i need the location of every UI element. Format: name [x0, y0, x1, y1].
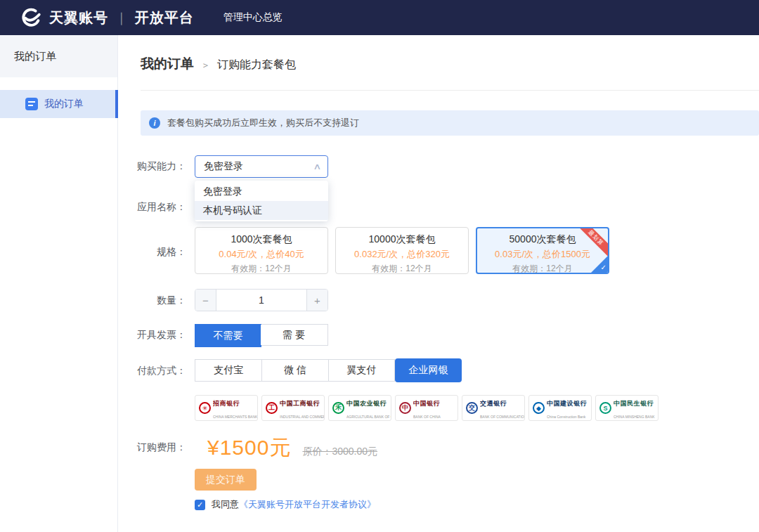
fee-price: ¥1500元: [207, 434, 291, 462]
brand-subtitle: 开放平台: [135, 8, 194, 27]
notice-text: 套餐包购买成功后立即生效，购买后不支持退订: [167, 117, 359, 129]
sidebar: 我的订单 我的订单: [0, 35, 118, 532]
label-spec: 规格：: [118, 246, 186, 259]
abc-bank-icon: 禾: [332, 402, 344, 414]
ability-dropdown: 免密登录 本机号码认证: [195, 181, 328, 221]
bank-logo-row: ✳ 招商银行 CHINA MERCHANTS BANK 工 中国工商银行 IND…: [195, 395, 662, 421]
bank-name: 中国建设银行: [547, 400, 587, 407]
bank-name-en: BANK OF COMMUNICATIONS: [480, 415, 524, 419]
developer-agreement-link[interactable]: 《天翼账号开放平台开发者协议》: [239, 498, 376, 511]
header-divider: [141, 90, 759, 91]
tianyi-logo-icon: [18, 6, 42, 30]
bank-name-en: CHINA MINSHENG BANK: [614, 415, 655, 419]
chevron-up-icon: ∧: [313, 162, 321, 171]
package-validity: 有效期：12个月: [195, 263, 327, 274]
bank-icbc[interactable]: 工 中国工商银行 INDUSTRIAL AND COMMERCIAL BANK: [261, 395, 325, 421]
dropdown-option-benji[interactable]: 本机号码认证: [195, 201, 328, 220]
bank-abc[interactable]: 禾 中国农业银行 AGRICULTURAL BANK OF CHINA: [328, 395, 391, 421]
payment-option-alipay[interactable]: 支付宝: [195, 360, 261, 381]
breadcrumb-current: 订购能力套餐包: [217, 58, 296, 72]
bank-name-en: BANK OF CHINA: [413, 415, 441, 419]
invoice-option-no[interactable]: 不需要: [195, 324, 261, 347]
agreement-text: 我同意: [212, 498, 239, 511]
ability-select[interactable]: 免密登录 ∧: [195, 155, 328, 178]
cmbc-bank-icon: S: [599, 402, 611, 414]
bank-name-en: INDUSTRIAL AND COMMERCIAL BANK: [280, 415, 324, 419]
payment-option-wechat[interactable]: 微 信: [261, 360, 327, 381]
fee-original-price: 原价：3000.00元: [302, 446, 377, 458]
agreement-row: ✓ 我同意 《天翼账号开放平台开发者协议》: [195, 498, 376, 511]
quantity-value[interactable]: 1: [216, 290, 306, 311]
quantity-decrease-button[interactable]: −: [195, 290, 216, 311]
invoice-option-yes[interactable]: 需 要: [261, 325, 327, 345]
breadcrumb: 我的订单 ＞ 订购能力套餐包: [141, 55, 296, 73]
quantity-stepper: − 1 +: [195, 289, 328, 311]
bank-name-en: China Construction Bank: [547, 415, 585, 419]
bank-name: 中国银行: [413, 400, 440, 407]
bank-name-en: CHINA MERCHANTS BANK: [213, 415, 257, 419]
bank-name-en: AGRICULTURAL BANK OF CHINA: [346, 415, 391, 419]
label-app-name: 应用名称：: [118, 201, 186, 214]
order-doc-icon: [25, 98, 38, 110]
bank-bocom[interactable]: 交 交通银行 BANK OF COMMUNICATIONS: [462, 395, 525, 421]
package-card-50000-selected[interactable]: 最划算 50000次套餐包 0.03元/次，总价1500元 有效期：12个月 ✓: [476, 227, 609, 274]
package-title: 1000次套餐包: [195, 233, 327, 246]
bank-ccb[interactable]: ◆ 中国建设银行 China Construction Bank: [528, 395, 592, 421]
label-invoice: 开具发票：: [118, 329, 186, 342]
invoice-toggle: 不需要 需 要: [195, 324, 328, 346]
info-icon: i: [149, 117, 160, 129]
ccb-bank-icon: ◆: [533, 402, 545, 414]
package-card-10000[interactable]: 10000次套餐包 0.032元/次，总价320元 有效期：12个月: [335, 227, 469, 274]
label-quantity: 数量：: [118, 294, 186, 307]
sidebar-item-my-orders[interactable]: 我的订单: [0, 90, 118, 118]
boc-bank-icon: 中: [399, 402, 411, 414]
label-fee: 订购费用：: [118, 441, 186, 454]
bocom-bank-icon: 交: [466, 402, 478, 414]
bank-name: 中国工商银行: [280, 400, 320, 407]
label-payment: 付款方式：: [118, 365, 186, 377]
sidebar-header: 我的订单: [0, 35, 117, 77]
payment-method-group: 支付宝 微 信 翼支付: [195, 359, 395, 382]
bank-boc[interactable]: 中 中国银行 BANK OF CHINA: [395, 395, 458, 421]
sidebar-item-label: 我的订单: [44, 98, 84, 110]
package-price: 0.04元/次，总价40元: [195, 248, 327, 261]
bank-name: 中国民生银行: [614, 400, 654, 407]
top-navbar: 天翼账号 ｜ 开放平台 管理中心总览: [0, 0, 759, 35]
package-validity: 有效期：12个月: [477, 263, 608, 274]
package-validity: 有效期：12个月: [336, 263, 468, 274]
order-fee-row: ¥1500元 原价：3000.00元: [207, 434, 377, 462]
page: 天翼账号 ｜ 开放平台 管理中心总览 我的订单 我的订单 我的订单 ＞ 订购能力…: [0, 0, 759, 532]
payment-option-yizhifu[interactable]: 翼支付: [328, 360, 394, 381]
selected-check-icon: ✓: [601, 263, 606, 273]
breadcrumb-root[interactable]: 我的订单: [141, 55, 194, 73]
label-purchase-ability: 购买能力：: [118, 160, 186, 173]
cmb-bank-icon: ✳: [199, 402, 211, 414]
nav-menu-admin-overview[interactable]: 管理中心总览: [223, 11, 283, 24]
bank-cmb[interactable]: ✳ 招商银行 CHINA MERCHANTS BANK: [195, 395, 258, 421]
bank-name: 招商银行: [213, 400, 240, 407]
brand-separator: ｜: [115, 9, 128, 26]
notice-banner: i 套餐包购买成功后立即生效，购买后不支持退订: [141, 110, 759, 136]
brand-title: 天翼账号: [49, 8, 108, 27]
main-content: 我的订单 ＞ 订购能力套餐包 i 套餐包购买成功后立即生效，购买后不支持退订 购…: [118, 35, 759, 532]
icbc-bank-icon: 工: [266, 402, 278, 414]
bank-name: 中国农业银行: [346, 400, 387, 407]
dropdown-option-mianmi[interactable]: 免密登录: [195, 182, 328, 201]
bank-cmbc[interactable]: S 中国民生银行 CHINA MINSHENG BANK: [595, 395, 659, 421]
package-price: 0.03元/次，总价1500元: [477, 248, 608, 261]
package-card-1000[interactable]: 1000次套餐包 0.04元/次，总价40元 有效期：12个月: [195, 227, 328, 274]
quantity-increase-button[interactable]: +: [306, 290, 327, 311]
bank-name: 交通银行: [480, 400, 507, 407]
submit-order-button[interactable]: 提交订单: [195, 469, 257, 491]
agreement-checkbox[interactable]: ✓: [195, 500, 205, 510]
ability-select-value: 免密登录: [204, 160, 314, 173]
package-price: 0.032元/次，总价320元: [336, 248, 468, 261]
package-title: 10000次套餐包: [336, 233, 468, 246]
breadcrumb-separator-icon: ＞: [201, 59, 210, 72]
payment-option-corporate-ebank-selected[interactable]: 企业网银: [395, 358, 462, 382]
